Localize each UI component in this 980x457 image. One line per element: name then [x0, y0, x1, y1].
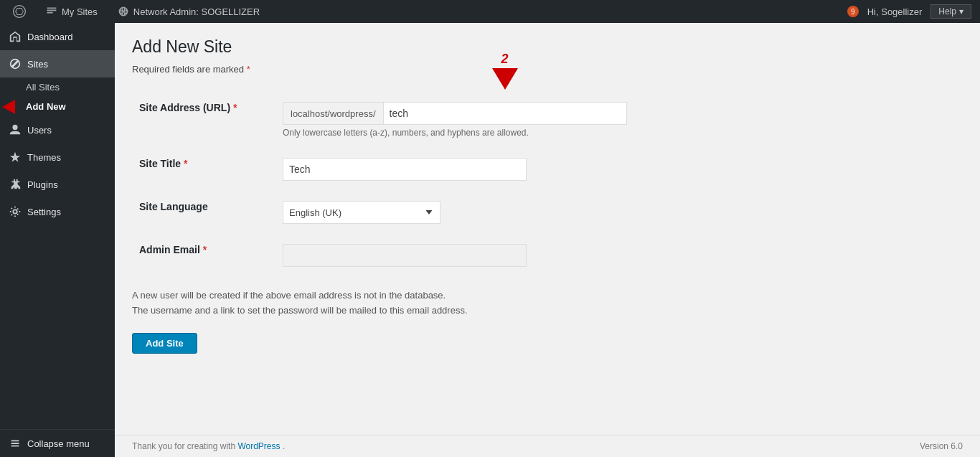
- site-title-label: Site Title *: [139, 158, 187, 169]
- themes-label: Themes: [27, 152, 61, 163]
- help-button[interactable]: Help ▾: [930, 4, 971, 19]
- site-address-row: Site Address (URL) * localhost/wordpress…: [132, 92, 778, 148]
- hi-user-label: Hi, Sogellizer: [867, 6, 923, 17]
- sidebar-item-users[interactable]: Users: [0, 116, 115, 143]
- page-title: Add New Site: [132, 37, 963, 57]
- wp-logo-button[interactable]: [9, 0, 30, 23]
- admin-email-label: Admin Email *: [139, 244, 207, 255]
- site-url-input[interactable]: [383, 102, 627, 125]
- plugins-label: Plugins: [27, 179, 58, 190]
- sidebar-item-sites[interactable]: Sites: [0, 50, 115, 77]
- users-label: Users: [27, 125, 52, 136]
- site-language-row: Site Language English (UK) English (US) …: [132, 191, 778, 234]
- collapse-label: Collapse menu: [27, 438, 90, 449]
- sidebar-item-dashboard[interactable]: Dashboard: [0, 23, 115, 50]
- sidebar: Dashboard Sites All Sites Add New 1 User…: [0, 23, 115, 457]
- sites-label: Sites: [27, 59, 48, 70]
- main-content: Add New Site Required fields are marked …: [115, 23, 980, 457]
- sidebar-collapse-button[interactable]: Collapse menu: [0, 429, 115, 457]
- admin-email-input[interactable]: [283, 244, 527, 267]
- site-language-label: Site Language: [139, 201, 208, 212]
- url-prefix: localhost/wordpress/: [283, 102, 383, 125]
- admin-bar: My Sites Network Admin: SOGELLIZER 9 Hi,…: [0, 0, 980, 23]
- info-text: A new user will be created if the above …: [132, 288, 963, 319]
- site-language-select[interactable]: English (UK) English (US) Français Deuts…: [283, 201, 440, 224]
- sidebar-item-settings[interactable]: Settings: [0, 198, 115, 225]
- add-site-button[interactable]: Add Site: [132, 333, 197, 354]
- sidebar-item-themes[interactable]: Themes: [0, 143, 115, 171]
- wordpress-link[interactable]: WordPress: [237, 441, 280, 451]
- admin-email-row: Admin Email *: [132, 234, 778, 277]
- dashboard-label: Dashboard: [27, 32, 73, 42]
- my-sites-button[interactable]: My Sites: [42, 0, 102, 23]
- site-title-row: Site Title *: [132, 148, 778, 191]
- annotation-1: 1: [0, 100, 15, 114]
- footer: Thank you for creating with WordPress . …: [115, 435, 980, 457]
- url-input-container: 2: [383, 102, 627, 125]
- network-admin-button[interactable]: Network Admin: SOGELLIZER: [113, 0, 264, 23]
- form-table: Site Address (URL) * localhost/wordpress…: [132, 92, 778, 277]
- footer-credit: Thank you for creating with WordPress .: [132, 441, 285, 451]
- settings-label: Settings: [27, 207, 61, 217]
- site-address-label: Site Address (URL) *: [139, 102, 237, 113]
- version-label: Version 6.0: [920, 441, 963, 451]
- required-star: *: [247, 64, 250, 75]
- site-title-input[interactable]: [283, 158, 527, 181]
- update-badge: 9: [847, 6, 859, 17]
- sidebar-sub-add-new[interactable]: Add New 1: [0, 97, 115, 116]
- sidebar-sub-all-sites[interactable]: All Sites: [0, 77, 115, 97]
- required-notice: Required fields are marked *: [132, 64, 963, 75]
- url-description: Only lowercase letters (a-z), numbers, a…: [283, 128, 771, 138]
- sidebar-item-plugins[interactable]: Plugins: [0, 171, 115, 198]
- network-admin-label: Network Admin: SOGELLIZER: [133, 6, 260, 17]
- my-sites-label: My Sites: [62, 6, 98, 17]
